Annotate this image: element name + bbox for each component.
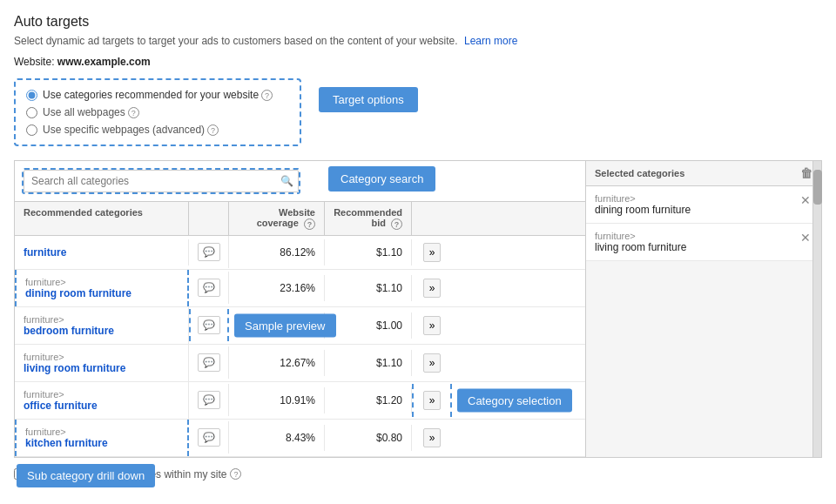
table-header: Recommended categories Website coverage … — [15, 202, 585, 236]
col-header-select — [412, 202, 452, 235]
radio-group: Use categories recommended for your webs… — [14, 78, 301, 146]
preview-btn-1[interactable]: 💬 — [198, 279, 220, 297]
help-icon-bid[interactable]: ? — [391, 218, 402, 230]
remove-btn-0[interactable]: ✕ — [799, 193, 812, 207]
subtitle: Select dynamic ad targets to target your… — [14, 35, 822, 47]
coverage-cell-4: 10.91% — [229, 387, 325, 413]
preview-cell-5: 💬 — [189, 421, 229, 454]
cat-name-4[interactable]: office furniture — [24, 400, 179, 412]
sample-preview-callout-btn[interactable]: Sample preview — [234, 313, 336, 337]
cat-cell-3: furniture> living room furniture — [15, 345, 189, 381]
coverage-cell-3: 12.67% — [229, 350, 325, 376]
help-icon-recommended[interactable]: ? — [261, 90, 273, 101]
right-panel: Scrollbar Selected categories 🗑 furnitur… — [586, 161, 821, 457]
preview-btn-2[interactable]: 💬 — [198, 316, 220, 334]
selected-item-text-1: furniture> living room furniture — [595, 231, 686, 253]
select-btn-3[interactable]: » — [423, 353, 442, 373]
preview-cell-2: 💬 Sample preview — [189, 309, 229, 341]
coverage-cell-0: 86.12% — [229, 239, 325, 265]
website-line: Website: www.example.com — [14, 56, 822, 68]
search-icon: 🔍 — [280, 175, 293, 187]
help-icon-specific[interactable]: ? — [207, 124, 219, 136]
preview-btn-0[interactable]: 💬 — [198, 243, 220, 261]
table-row: furniture> office furniture 💬 10.91% $1.… — [15, 382, 585, 420]
select-btn-2[interactable]: » — [423, 316, 442, 335]
cat-name-2[interactable]: bedroom furniture — [24, 325, 179, 337]
cat-name-0[interactable]: furniture — [24, 246, 179, 259]
category-search-callout-btn[interactable]: Category search — [328, 166, 435, 192]
scrollbar-track[interactable] — [812, 161, 821, 457]
bid-cell-4: $1.20 — [325, 387, 412, 413]
select-btn-5[interactable]: » — [423, 428, 442, 447]
help-icon-dynamic[interactable]: ? — [230, 468, 241, 480]
selected-item-text-0: furniture> dining room furniture — [595, 193, 691, 216]
search-bar-row: 🔍 Category search — [15, 161, 585, 202]
cat-cell-1: furniture> dining room furniture — [15, 270, 189, 306]
select-cell-5: » — [412, 421, 452, 454]
remove-btn-1[interactable]: ✕ — [799, 231, 812, 245]
preview-cell-4: 💬 — [189, 384, 229, 416]
bid-cell-1: $1.10 — [325, 275, 412, 301]
target-options-button[interactable]: Target options — [319, 87, 418, 112]
preview-btn-5[interactable]: 💬 — [198, 428, 220, 447]
table-row: furniture> bedroom furniture 💬 Sample pr… — [15, 307, 585, 345]
table-row: furniture 💬 86.12% $1.10 » — [15, 236, 585, 270]
left-panel: 🔍 Category search Recommended categories… — [15, 161, 586, 457]
bid-cell-3: $1.10 — [325, 350, 412, 376]
select-cell-3: » — [412, 346, 452, 380]
select-cell-1: » — [412, 272, 452, 305]
selected-item-1: furniture> living room furniture ✕ — [586, 224, 821, 261]
select-btn-1[interactable]: » — [423, 279, 442, 298]
select-btn-0[interactable]: » — [423, 243, 442, 262]
bid-cell-5: $0.80 — [325, 425, 412, 451]
radio-option-all[interactable]: Use all webpages ? — [26, 106, 289, 118]
preview-cell-1: 💬 — [189, 272, 229, 304]
select-btn-4[interactable]: » — [423, 391, 442, 410]
select-cell-4: » Category selection — [412, 384, 452, 417]
coverage-cell-1: 23.16% — [229, 275, 325, 301]
bid-cell-2: $1.00 — [325, 312, 412, 339]
preview-cell-0: 💬 — [189, 236, 229, 268]
cat-name-5[interactable]: kitchen furniture — [25, 437, 179, 449]
select-cell-2: » — [412, 309, 452, 342]
cat-cell-2: furniture> bedroom furniture — [15, 307, 189, 344]
page-title: Auto targets — [14, 14, 822, 30]
cat-cell-5: furniture> kitchen furniture Sub categor… — [15, 420, 189, 456]
table-rows-container: furniture 💬 86.12% $1.10 » furniture> di… — [15, 236, 585, 457]
table-row: furniture> dining room furniture 💬 23.16… — [15, 270, 585, 307]
table-row: furniture> kitchen furniture Sub categor… — [15, 420, 585, 457]
table-row: furniture> living room furniture 💬 12.67… — [15, 345, 585, 382]
sub-cat-drill-down-callout-btn[interactable]: Sub category drill down — [17, 464, 155, 487]
select-cell-0: » — [412, 236, 452, 269]
help-icon-all[interactable]: ? — [128, 107, 139, 118]
category-selection-callout-btn[interactable]: Category selection — [457, 388, 572, 412]
coverage-cell-5: 8.43% — [229, 425, 325, 451]
preview-btn-3[interactable]: 💬 — [198, 353, 220, 372]
col-header-recommended: Recommended categories — [15, 202, 189, 235]
search-input[interactable] — [24, 170, 299, 192]
cat-cell-4: furniture> office furniture — [15, 382, 189, 419]
right-panel-header: Selected categories 🗑 — [586, 161, 821, 186]
bid-cell-0: $1.10 — [325, 239, 412, 265]
help-icon-coverage[interactable]: ? — [304, 218, 315, 230]
cat-name-1[interactable]: dining room furniture — [25, 287, 179, 299]
selected-item-0: furniture> dining room furniture ✕ — [586, 186, 821, 224]
radio-option-recommended[interactable]: Use categories recommended for your webs… — [26, 89, 289, 101]
trash-icon[interactable]: 🗑 — [800, 166, 812, 180]
preview-cell-3: 💬 — [189, 346, 229, 379]
col-header-coverage: Website coverage ? — [229, 202, 325, 235]
col-header-bid: Recommended bid ? — [325, 202, 412, 235]
cat-name-3[interactable]: living room furniture — [24, 362, 179, 374]
preview-btn-4[interactable]: 💬 — [198, 391, 220, 409]
scrollbar-thumb[interactable] — [813, 170, 822, 205]
cat-cell-0: furniture — [15, 239, 189, 265]
learn-more-link[interactable]: Learn more — [464, 35, 517, 47]
col-header-preview — [189, 202, 229, 235]
radio-option-specific[interactable]: Use specific webpages (advanced) ? — [26, 124, 289, 136]
